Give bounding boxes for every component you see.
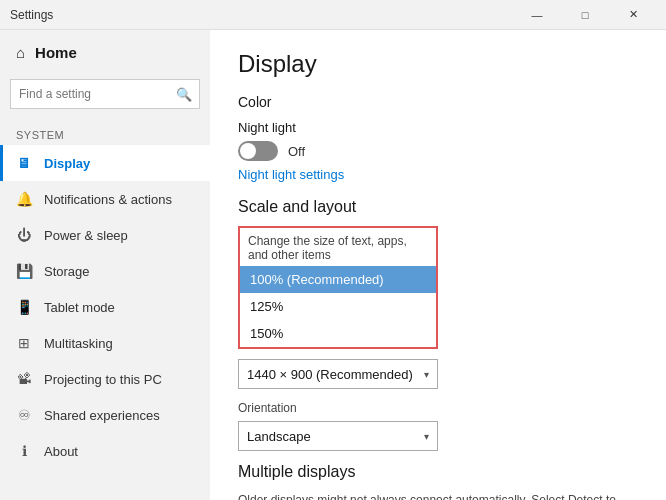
minimize-button[interactable]: — [514,0,560,30]
projecting-icon: 📽 [16,371,32,387]
night-light-toggle-row: Off [238,141,638,161]
page-title: Display [238,50,638,78]
sidebar-item-label: Notifications & actions [44,192,172,207]
orientation-label: Orientation [238,401,638,415]
night-light-toggle[interactable] [238,141,278,161]
window-controls: — □ ✕ [514,0,656,30]
multiple-displays-heading: Multiple displays [238,463,638,481]
sidebar-item-label: Power & sleep [44,228,128,243]
sidebar-item-storage[interactable]: 💾 Storage [0,253,210,289]
sidebar-item-label: Storage [44,264,90,279]
sidebar-item-projecting[interactable]: 📽 Projecting to this PC [0,361,210,397]
scale-option-150[interactable]: 150% [240,320,436,347]
close-button[interactable]: ✕ [610,0,656,30]
settings-window: Settings — □ ✕ ⌂ Home 🔍 System 🖥 Display [0,0,666,500]
sidebar-home[interactable]: ⌂ Home [0,30,210,75]
sidebar-item-label: Multitasking [44,336,113,351]
sidebar-item-power[interactable]: ⏻ Power & sleep [0,217,210,253]
title-bar: Settings — □ ✕ [0,0,666,30]
shared-icon: ♾ [16,407,32,423]
orientation-dropdown[interactable]: Landscape ▾ [238,421,438,451]
sidebar-item-label: Display [44,156,90,171]
sidebar-section-label: System [0,121,210,145]
sidebar-item-label: Projecting to this PC [44,372,162,387]
search-icon: 🔍 [176,87,192,102]
sidebar-item-notifications[interactable]: 🔔 Notifications & actions [0,181,210,217]
tablet-icon: 📱 [16,299,32,315]
scale-dropdown-label: Change the size of text, apps, and other… [240,228,436,266]
scale-heading: Scale and layout [238,198,638,216]
sidebar-item-label: About [44,444,78,459]
sidebar-item-tablet[interactable]: 📱 Tablet mode [0,289,210,325]
orientation-chevron: ▾ [424,431,429,442]
orientation-value: Landscape [247,429,311,444]
main-content: ⌂ Home 🔍 System 🖥 Display 🔔 Notification… [0,30,666,500]
scale-option-125[interactable]: 125% [240,293,436,320]
search-input[interactable] [10,79,200,109]
resolution-chevron: ▾ [424,369,429,380]
color-section: Color Night light Off Night light settin… [238,94,638,182]
sidebar-item-label: Tablet mode [44,300,115,315]
scale-dropdown-container: Change the size of text, apps, and other… [238,226,438,349]
multitasking-icon: ⊞ [16,335,32,351]
scale-option-100[interactable]: 100% (Recommended) [240,266,436,293]
color-heading: Color [238,94,638,110]
sidebar-item-shared[interactable]: ♾ Shared experiences [0,397,210,433]
resolution-value: 1440 × 900 (Recommended) [247,367,413,382]
search-box: 🔍 [10,79,200,109]
multiple-displays-section: Multiple displays Older displays might n… [238,463,638,500]
sidebar-item-multitasking[interactable]: ⊞ Multitasking [0,325,210,361]
notifications-icon: 🔔 [16,191,32,207]
resolution-dropdown[interactable]: 1440 × 900 (Recommended) ▾ [238,359,438,389]
toggle-state-label: Off [288,144,305,159]
display-icon: 🖥 [16,155,32,171]
sidebar-item-about[interactable]: ℹ About [0,433,210,469]
scale-section: Scale and layout Change the size of text… [238,198,638,451]
night-light-row: Night light [238,120,638,135]
sidebar: ⌂ Home 🔍 System 🖥 Display 🔔 Notification… [0,30,210,500]
window-title: Settings [10,8,53,22]
home-label: Home [35,44,77,61]
night-light-settings-link[interactable]: Night light settings [238,167,638,182]
main-panel: Display Color Night light Off Night ligh… [210,30,666,500]
power-icon: ⏻ [16,227,32,243]
sidebar-item-display[interactable]: 🖥 Display [0,145,210,181]
night-light-label: Night light [238,120,296,135]
about-icon: ℹ [16,443,32,459]
maximize-button[interactable]: □ [562,0,608,30]
home-icon: ⌂ [16,44,25,61]
sidebar-item-label: Shared experiences [44,408,160,423]
multiple-displays-description: Older displays might not always connect … [238,491,618,500]
storage-icon: 💾 [16,263,32,279]
